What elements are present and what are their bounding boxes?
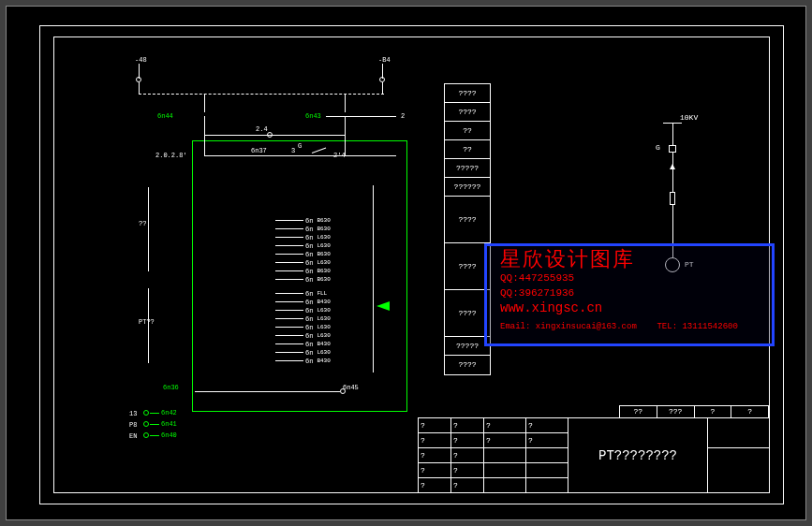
table-row: 6nB630	[275, 267, 373, 275]
tb-extra: ???	[657, 406, 695, 418]
sw-left: 6n37	[251, 147, 267, 154]
wire	[150, 435, 159, 436]
watermark-url: www.xingsc.cn	[500, 300, 759, 315]
tb-cell: ?	[484, 433, 526, 448]
legend-row: ????	[445, 290, 490, 337]
tb-cell: ?	[451, 463, 484, 478]
tb-cell: ?	[526, 418, 568, 433]
table-row: 6nL630	[275, 331, 373, 340]
node	[143, 421, 149, 427]
table-row: 6nL630	[275, 258, 373, 267]
legend-row: ??????	[445, 178, 490, 197]
watermark-qq2: QQ:396271936	[500, 285, 759, 300]
tb-right-cell	[708, 418, 769, 448]
wire	[345, 155, 396, 156]
wire	[204, 116, 205, 135]
ref-left: -48	[135, 56, 147, 64]
wire	[345, 116, 346, 135]
tb-extra: ?	[731, 406, 768, 418]
table-row: 6nL630	[275, 323, 373, 331]
legend-row: ??	[445, 140, 490, 159]
single-line-diagram: 10KV G PT	[635, 117, 710, 239]
tb-cell	[526, 463, 568, 478]
tb-cell: ?	[419, 433, 451, 448]
legend-row: ????	[445, 84, 490, 103]
label-6n40: 6n40	[161, 431, 177, 439]
legend-row: ????	[445, 243, 490, 290]
tb-cell: ?	[419, 463, 451, 478]
sw-mid: 3	[291, 147, 295, 154]
table-row: 6nB630	[275, 216, 373, 225]
legend-row: ?????	[445, 337, 490, 356]
wire	[373, 185, 374, 373]
watermark-qq1: QQ:447255935	[500, 270, 759, 285]
terminal-block: 6nB630 6nB630 6nL630 6nL630 6nB630 6nL63…	[275, 216, 373, 365]
ground-label: G	[656, 143, 660, 152]
tb-cell	[484, 448, 526, 463]
legend-row: ????	[445, 197, 490, 243]
node	[340, 388, 346, 394]
table-row: 6nL630	[275, 348, 373, 357]
tb-cell	[484, 463, 526, 478]
tb-extra: ?	[695, 406, 732, 418]
ref-right: -B4	[378, 56, 391, 64]
cad-canvas: -48 -B4 6n44 6n43 2 2.4 2.0.2.8' 6	[6, 6, 806, 520]
sw-right: 2'4	[333, 152, 346, 159]
wire	[150, 413, 159, 414]
side-label: ??	[139, 220, 146, 227]
label-6n43: 6n43	[305, 112, 321, 120]
tb-cell: ?	[451, 448, 484, 463]
pt-side-label: PT??	[139, 318, 155, 326]
wire	[204, 94, 205, 112]
label-6n36: 6n36	[163, 384, 179, 391]
tb-cell: ?	[526, 433, 568, 448]
tb-cell: ?	[451, 433, 484, 448]
watermark-title: 星欣设计图库	[500, 254, 759, 269]
table-row: 6nB630	[275, 225, 373, 233]
watermark-email: Email: xingxinsucai@163.com	[500, 322, 637, 331]
wire	[204, 155, 345, 156]
legend-row: ????	[445, 103, 490, 122]
drawing-title: PT????????	[568, 418, 708, 493]
fuse-label: 2.0.2.8'	[155, 152, 187, 159]
table-row: 6nL630	[275, 306, 373, 314]
wire	[672, 169, 673, 192]
tb-cell: ?	[419, 478, 451, 493]
node	[143, 410, 149, 416]
wire	[139, 82, 140, 94]
wire	[382, 82, 383, 94]
fuse-icon	[670, 192, 675, 205]
aux-num: 2	[401, 112, 405, 120]
bracket	[148, 187, 149, 271]
disconnect-switch-icon	[669, 145, 676, 153]
lamp-label: 2.4	[256, 125, 268, 133]
title-block-top-row: ?? ??? ? ?	[619, 405, 769, 418]
label-6n42: 6n42	[161, 409, 177, 416]
wire	[345, 94, 346, 112]
wire	[326, 116, 396, 117]
tb-cell	[526, 478, 568, 493]
node	[143, 432, 149, 438]
table-row: 6nL630	[275, 314, 373, 323]
label-6n44: 6n44	[157, 112, 173, 120]
legend-row: ????	[445, 356, 490, 374]
title-block: ?? ??? ? ? ? ? ? ? PT???????? ? ? ? ? ? …	[418, 417, 769, 492]
table-row: 6nB630	[275, 250, 373, 258]
prefix-2: EN	[129, 432, 137, 440]
table-row: 6nB630	[275, 275, 373, 284]
watermark-stamp: 星欣设计图库 QQ:447255935 QQ:396271936 www.xin…	[484, 243, 775, 346]
table-row: 6nL630	[275, 233, 373, 241]
voltage-label: 10KV	[680, 113, 698, 122]
tb-cell: ?	[419, 418, 451, 433]
prefix-0: 13	[129, 410, 137, 417]
tb-cell	[484, 478, 526, 493]
watermark-tel: TEL: 13111542600	[657, 322, 737, 331]
tb-cell: ?	[419, 448, 451, 463]
pointer-arrow-icon	[376, 301, 390, 311]
prefix-1: P8	[129, 421, 137, 429]
tb-cell: ?	[484, 418, 526, 433]
table-row: 6nFLL	[275, 289, 373, 298]
table-row: 6nL630	[275, 241, 373, 250]
table-row: 6nB430	[275, 357, 373, 365]
watermark-contact: Email: xingxinsucai@163.com TEL: 1311154…	[500, 319, 759, 334]
